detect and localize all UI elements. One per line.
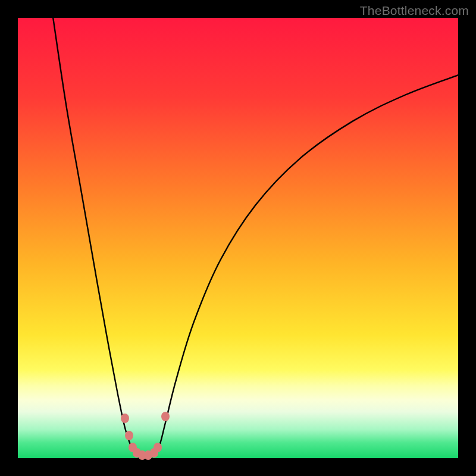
curve-marker xyxy=(154,443,162,452)
curve-marker xyxy=(121,414,129,423)
curve-marker xyxy=(125,431,133,440)
curve-markers xyxy=(18,18,458,458)
chart-frame xyxy=(18,18,458,458)
curve-marker xyxy=(161,412,170,421)
watermark-text: TheBottleneck.com xyxy=(360,4,469,18)
